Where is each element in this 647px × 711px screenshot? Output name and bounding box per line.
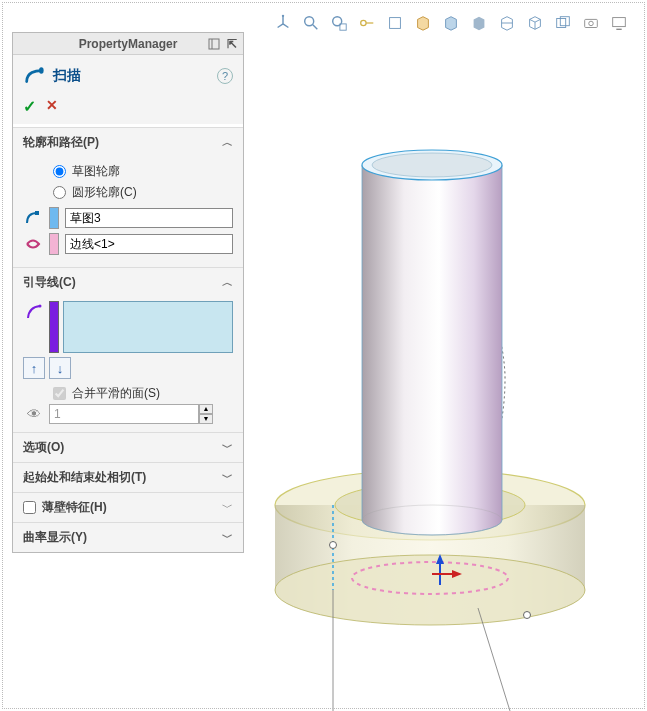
svg-rect-31 [209, 39, 219, 49]
svg-point-0 [275, 470, 585, 540]
svg-line-15 [478, 608, 510, 711]
section-profile-path-title: 轮廓和路径(P) [23, 134, 99, 151]
chevron-down-icon: ﹀ [222, 440, 233, 455]
zoom-to-fit-icon[interactable] [301, 13, 321, 33]
merge-smooth-label: 合并平滑的面(S) [72, 385, 160, 402]
section-guides-body: ↑ ↓ 合并平滑的面(S) 👁 ▲ ▼ [13, 297, 243, 432]
svg-point-35 [39, 305, 42, 308]
feature-name: 扫描 [53, 67, 81, 85]
profile-color-swatch [49, 207, 59, 229]
svg-rect-23 [390, 18, 401, 29]
visibility-eye-icon[interactable]: 👁 [27, 406, 41, 422]
shaded-edges-icon[interactable] [441, 13, 461, 33]
confirm-row: ✓ ✕ [13, 93, 243, 127]
radio-sketch-profile[interactable] [53, 165, 66, 178]
section-guides-title: 引导线(C) [23, 274, 76, 291]
section-startend-header[interactable]: 起始处和结束处相切(T) ﹀ [13, 462, 243, 492]
panel-title: PropertyManager [79, 37, 178, 51]
svg-marker-7 [452, 570, 462, 578]
svg-point-10 [372, 153, 492, 177]
isometric-icon[interactable] [525, 13, 545, 33]
section-thin-title: 薄壁特征(H) [42, 499, 107, 516]
help-button[interactable]: ? [217, 68, 233, 84]
svg-point-3 [352, 562, 508, 594]
chevron-down-icon: ﹀ [222, 470, 233, 485]
svg-point-9 [362, 150, 502, 180]
panel-pushpin-icon[interactable]: ⇱ [225, 37, 239, 51]
chevron-up-icon: ︿ [222, 135, 233, 150]
section-thin-header[interactable]: 薄壁特征(H) ﹀ [13, 492, 243, 522]
chevron-down-icon: ﹀ [222, 500, 233, 515]
path-input[interactable] [65, 234, 233, 254]
svg-point-13 [524, 612, 531, 619]
path-slot-icon [23, 234, 43, 254]
svg-point-1 [275, 555, 585, 625]
panel-title-bar: PropertyManager ⇱ [13, 33, 243, 55]
thin-feature-checkbox[interactable] [23, 501, 36, 514]
svg-rect-27 [585, 19, 598, 27]
guide-color-swatch [49, 301, 59, 353]
view-key-icon[interactable] [357, 13, 377, 33]
svg-rect-29 [613, 18, 626, 27]
radio-sketch-profile-label[interactable]: 草图轮廓 [72, 163, 120, 180]
spinner-down-button[interactable]: ▼ [199, 414, 213, 424]
section-options-header[interactable]: 选项(O) ﹀ [13, 432, 243, 462]
spinner-up-button[interactable]: ▲ [199, 404, 213, 414]
profile-slot-icon [23, 208, 43, 228]
svg-point-11 [362, 505, 502, 535]
shaded-icon[interactable] [469, 13, 489, 33]
section-curvature-header[interactable]: 曲率显示(Y) ﹀ [13, 522, 243, 552]
svg-point-33 [39, 67, 44, 73]
svg-point-21 [361, 20, 366, 25]
cancel-button[interactable]: ✕ [46, 97, 58, 116]
radio-circular-profile[interactable] [53, 186, 66, 199]
guide-curve-icon [23, 301, 45, 323]
hidden-lines-icon[interactable] [413, 13, 433, 33]
radio-circular-profile-label[interactable]: 圆形轮廓(C) [72, 184, 137, 201]
chevron-down-icon: ﹀ [222, 530, 233, 545]
path-color-swatch [49, 233, 59, 255]
view-wireframe-icon[interactable] [385, 13, 405, 33]
section-profile-path-body: 草图轮廓 圆形轮廓(C) [13, 157, 243, 267]
visibility-value-input[interactable] [49, 404, 199, 424]
snapshot-icon[interactable] [581, 13, 601, 33]
section-options-title: 选项(O) [23, 439, 64, 456]
zoom-area-icon[interactable] [329, 13, 349, 33]
panel-pin-icon[interactable] [207, 37, 221, 51]
svg-point-16 [282, 15, 284, 17]
view-orientation-icon[interactable] [273, 13, 293, 33]
move-up-button[interactable]: ↑ [23, 357, 45, 379]
screen-icon[interactable] [609, 13, 629, 33]
svg-rect-34 [35, 211, 39, 215]
section-guides-header[interactable]: 引导线(C) ︿ [13, 267, 243, 297]
svg-marker-5 [436, 554, 444, 564]
feature-title-row: 扫描 ? [13, 55, 243, 93]
svg-point-12 [330, 542, 337, 549]
section-profile-path-header[interactable]: 轮廓和路径(P) ︿ [13, 127, 243, 157]
property-manager-panel: PropertyManager ⇱ 扫描 ? ✓ ✕ 轮廓和路径(P) ︿ 草图… [12, 32, 244, 553]
display-style-icon[interactable] [553, 13, 573, 33]
merge-smooth-checkbox[interactable] [53, 387, 66, 400]
chevron-up-icon: ︿ [222, 275, 233, 290]
move-down-button[interactable]: ↓ [49, 357, 71, 379]
section-curvature-title: 曲率显示(Y) [23, 529, 87, 546]
section-startend-title: 起始处和结束处相切(T) [23, 469, 146, 486]
svg-point-28 [589, 21, 594, 26]
profile-input[interactable] [65, 208, 233, 228]
svg-point-17 [305, 17, 314, 26]
svg-line-18 [313, 25, 318, 30]
section-view-icon[interactable] [497, 13, 517, 33]
svg-point-2 [335, 483, 525, 527]
ok-button[interactable]: ✓ [23, 97, 36, 116]
sweep-feature-icon [23, 65, 45, 87]
guides-listbox[interactable] [63, 301, 233, 353]
